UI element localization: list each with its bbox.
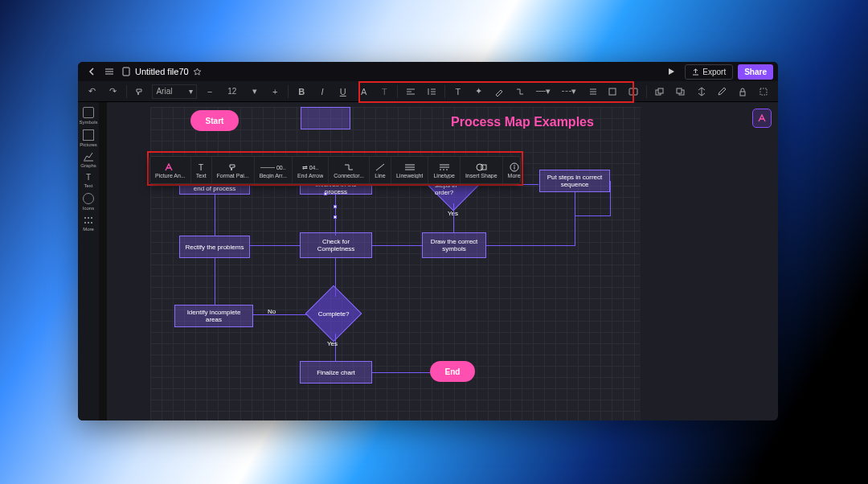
share-button[interactable]: Share <box>738 64 773 80</box>
svg-point-11 <box>91 217 92 219</box>
node-selected-blank[interactable] <box>301 107 350 129</box>
svg-rect-8 <box>760 88 767 95</box>
sidebar-icons[interactable]: Icons <box>80 193 97 211</box>
spacing-button[interactable] <box>424 84 440 100</box>
flow-title: Process Map Examples <box>451 115 594 129</box>
font-name: Arial <box>156 87 172 96</box>
svg-point-18 <box>514 165 515 166</box>
present-button[interactable] <box>662 63 680 80</box>
floating-toolbar: Picture An... T Text Format Pai... 00.. … <box>149 156 521 184</box>
svg-rect-1 <box>609 88 616 95</box>
connector-icon[interactable] <box>512 84 528 100</box>
size-minus[interactable]: − <box>202 84 218 100</box>
align-button[interactable] <box>403 84 419 100</box>
tool-line[interactable]: Line <box>370 157 391 183</box>
canvas[interactable]: Process Map Examples Start Determine sta… <box>150 107 641 420</box>
image-icon[interactable] <box>625 84 641 100</box>
document-title[interactable]: Untitled file70 <box>121 67 202 76</box>
left-sidebar: Symbols Pictures Graphs TText Icons More <box>78 102 99 420</box>
font-select[interactable]: Arial▾ <box>152 84 197 99</box>
svg-rect-7 <box>740 92 745 96</box>
sidebar-more[interactable]: More <box>80 215 97 232</box>
ai-badge[interactable] <box>752 109 772 128</box>
sidebar-symbols[interactable]: Symbols <box>80 107 97 125</box>
list-icon[interactable] <box>584 84 600 100</box>
sidebar-text[interactable]: TText <box>80 173 97 188</box>
undo-button[interactable]: ↶ <box>84 84 100 100</box>
line-style-icon[interactable]: ▾ <box>533 84 554 100</box>
send-back-icon[interactable] <box>673 84 689 100</box>
node-end[interactable]: End <box>430 361 475 382</box>
export-label: Export <box>702 68 726 76</box>
sidebar-graphs[interactable]: Graphs <box>80 152 97 168</box>
tool-format-painter[interactable]: Format Pai... <box>212 157 255 183</box>
node-draw[interactable]: Draw the correct symbols <box>422 232 486 258</box>
hamburger-icon[interactable] <box>100 63 118 80</box>
main-toolbar: ↶ ↷ Arial▾ − 12 ▾ + B I U A T T ✦ ▾ ▾ <box>78 81 778 102</box>
node-finalize[interactable]: Finalize chart <box>300 361 372 384</box>
node-check[interactable]: Check for Completness <box>300 232 372 258</box>
filename-text: Untitled file70 <box>135 67 189 76</box>
canvas-area[interactable]: Process Map Examples Start Determine sta… <box>107 102 778 420</box>
svg-rect-2 <box>629 88 637 95</box>
dash-style-icon[interactable]: ▾ <box>559 84 579 100</box>
node-putsteps[interactable]: Put steps in correct sequence <box>539 170 610 192</box>
svg-point-12 <box>84 222 86 224</box>
tool-lineweight[interactable]: Lineweight <box>391 157 428 183</box>
bring-front-icon[interactable] <box>652 84 668 100</box>
label-no-2: No <box>268 308 276 315</box>
tool-connector[interactable]: Connector... <box>329 157 370 183</box>
text-color-button[interactable]: A <box>356 84 372 100</box>
svg-rect-6 <box>677 88 682 93</box>
star-icon[interactable] <box>193 68 202 76</box>
format-painter-icon[interactable] <box>132 84 148 100</box>
redo-button[interactable]: ↷ <box>105 84 121 100</box>
crop-icon[interactable] <box>604 84 620 100</box>
italic-button[interactable]: I <box>314 84 330 100</box>
node-start[interactable]: Start <box>190 110 239 131</box>
node-identify[interactable]: Identify incomplete areas <box>174 305 253 327</box>
svg-point-10 <box>88 217 89 219</box>
eraser-icon[interactable]: ✦ <box>471 84 487 100</box>
export-icon <box>692 68 699 76</box>
export-button[interactable]: Export <box>685 64 733 80</box>
tool-insert-shape[interactable]: Insert Shape <box>461 157 503 183</box>
size-dropdown[interactable]: ▾ <box>247 84 263 100</box>
distribute-icon[interactable] <box>694 84 710 100</box>
titlebar: Untitled file70 Export Share <box>78 62 778 81</box>
app-window: Untitled file70 Export Share ↶ ↷ Arial▾ … <box>78 62 778 420</box>
node-complete-decision[interactable]: Complete? <box>313 293 354 334</box>
tool-picture-animation[interactable]: Picture An... <box>150 157 191 183</box>
svg-point-9 <box>84 217 86 219</box>
brush-icon[interactable] <box>491 84 507 100</box>
svg-point-14 <box>91 222 92 224</box>
svg-rect-19 <box>514 167 514 170</box>
clear-format-button[interactable]: T <box>376 84 392 100</box>
label-yes-2: Yes <box>327 340 338 347</box>
node-rectify[interactable]: Rectify the problems <box>179 236 250 258</box>
tool-text[interactable]: T Text <box>191 157 212 183</box>
tool-begin-arrow[interactable]: 00.. Begin Arr... <box>255 157 293 183</box>
select-icon[interactable] <box>755 84 772 100</box>
svg-rect-0 <box>123 68 129 76</box>
sidebar-pictures[interactable]: Pictures <box>80 129 97 147</box>
bold-button[interactable]: B <box>293 84 309 100</box>
lock-icon[interactable] <box>735 84 751 100</box>
svg-point-13 <box>88 222 89 224</box>
text-tool-icon[interactable]: T <box>450 84 466 100</box>
size-plus[interactable]: + <box>267 84 283 100</box>
underline-button[interactable]: U <box>335 84 351 100</box>
file-icon <box>121 67 131 76</box>
main-area: Symbols Pictures Graphs TText Icons More… <box>78 102 778 420</box>
edit-shape-icon[interactable] <box>714 84 731 100</box>
tool-linetype[interactable]: Linetype <box>428 157 460 183</box>
svg-rect-4 <box>658 88 663 93</box>
font-size[interactable]: 12 <box>223 87 242 96</box>
share-label: Share <box>744 68 767 76</box>
tool-more[interactable]: More <box>503 157 526 183</box>
back-button[interactable] <box>83 63 100 80</box>
tool-end-arrow[interactable]: ⇄04.. End Arrow <box>293 157 329 183</box>
